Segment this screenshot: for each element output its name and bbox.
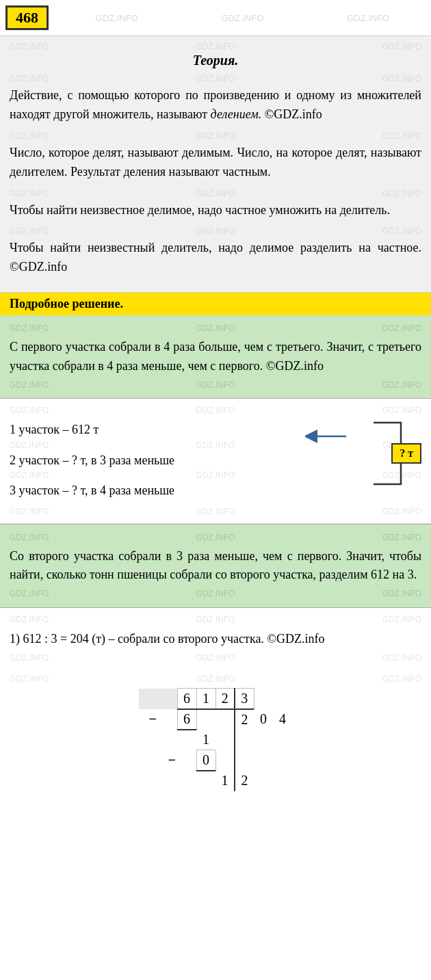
cell-empty	[254, 771, 273, 791]
cell-empty	[177, 730, 196, 750]
cell-empty	[273, 730, 292, 750]
diagram-row2: 2 участок – ? т, в 3 раза меньше	[10, 450, 421, 471]
cell-3: 3	[235, 689, 254, 709]
question-label: ? т	[400, 447, 413, 459]
watermark-row5: GDZ.INFO GDZ.INFO GDZ.INFO	[10, 226, 421, 236]
solution-step1-text: 1) 612 : 3 = 204 (т) – собрали со второг…	[10, 632, 325, 646]
task-number: 468	[5, 5, 49, 30]
division-table-wrapper: 6 1 2 3 − 6 2 0 4	[10, 688, 421, 791]
arrow-icon	[305, 426, 353, 447]
cell-empty	[254, 689, 273, 709]
diagram-lines-container: 1 участок – 612 т GDZ.INFOGDZ.INFOGDZ.IN…	[10, 419, 421, 501]
cell-empty	[216, 730, 235, 750]
cell-2c: 2	[235, 771, 254, 791]
division-table: 6 1 2 3 − 6 2 0 4	[139, 688, 292, 791]
wm-row-s1: GDZ.INFOGDZ.INFOGDZ.INFO	[10, 613, 421, 626]
theory-para4: Чтобы найти неизвестный делитель, надо д…	[10, 239, 421, 277]
cell-2: 2	[216, 689, 235, 709]
question-box: ? т	[391, 443, 421, 464]
cell-empty	[254, 750, 273, 771]
wm3: GDZ.INFO	[382, 42, 421, 51]
wm-row-g2b: GDZ.INFOGDZ.INFOGDZ.INFO	[10, 587, 421, 600]
cell-empty	[177, 750, 196, 771]
wm-row-dt1: GDZ.INFOGDZ.INFOGDZ.INFO	[10, 674, 421, 684]
cell-empty	[139, 771, 158, 791]
cell-empty	[139, 730, 158, 750]
cell-empty	[216, 709, 235, 730]
cell-empty	[139, 689, 158, 709]
theory-section: GDZ.INFO GDZ.INFO GDZ.INFO Теория. GDZ.I…	[0, 36, 431, 293]
table-row: 1	[139, 730, 292, 750]
cell-2r: 2	[235, 709, 254, 730]
cell-0r: 0	[254, 709, 273, 730]
theory-title: Теория.	[10, 53, 421, 68]
cell-empty	[158, 709, 177, 730]
header-site-label: GDZ.INFO	[54, 3, 180, 33]
page-header: 468 GDZ.INFO GDZ.INFO GDZ.INFO	[0, 0, 431, 36]
cell-empty	[273, 689, 292, 709]
green-block2-text: Со второго участка собрали в 3 раза мень…	[10, 549, 421, 582]
table-row: − 6 2 0 4	[139, 709, 292, 730]
diagram-line1: 1 участок – 612 т	[10, 423, 99, 436]
wm6: GDZ.INFO	[382, 74, 421, 83]
cell-4r: 4	[273, 709, 292, 730]
theory-para1: Действие, с помощью которого по произвед…	[10, 86, 421, 124]
wm5: GDZ.INFO	[196, 74, 235, 83]
cell-empty	[273, 771, 292, 791]
cell-1b: 1	[196, 730, 216, 750]
wm-row-g2: GDZ.INFOGDZ.INFOGDZ.INFO	[10, 531, 421, 544]
wm9: GDZ.INFO	[382, 131, 421, 141]
solution-step1: GDZ.INFOGDZ.INFOGDZ.INFO 1) 612 : 3 = 20…	[0, 608, 431, 670]
theory-para3: Чтобы найти неизвестное делимое, надо ча…	[10, 201, 421, 220]
diagram-line3: 3 участок – ? т, в 4 раза меньше	[10, 484, 174, 497]
watermark-row3: GDZ.INFO GDZ.INFO GDZ.INFO	[10, 131, 421, 141]
task-number-text: 468	[16, 9, 38, 27]
division-section: GDZ.INFOGDZ.INFOGDZ.INFO 6 1 2 3 −	[0, 670, 431, 798]
highlight-label: Подробное решение.	[10, 297, 123, 310]
theory-para2: Число, которое делят, называют делимым. …	[10, 144, 421, 182]
cell-empty	[235, 750, 254, 771]
cell-empty	[196, 709, 216, 730]
diagram-row1: 1 участок – 612 т	[10, 419, 421, 440]
cell-1: 1	[196, 689, 216, 709]
diagram-line2: 2 участок – ? т, в 3 раза меньше	[10, 453, 174, 467]
wm-row-g1b: GDZ.INFOGDZ.INFOGDZ.INFO	[10, 379, 421, 392]
cell-empty	[158, 689, 177, 709]
wm10: GDZ.INFO	[10, 189, 49, 198]
cell-empty	[235, 730, 254, 750]
cell-empty	[139, 750, 158, 771]
wm-row-d4: GDZ.INFOGDZ.INFOGDZ.INFO	[10, 507, 421, 516]
wm12: GDZ.INFO	[382, 189, 421, 198]
wm15: GDZ.INFO	[382, 226, 421, 236]
wm-row-d3: GDZ.INFOGDZ.INFOGDZ.INFO	[10, 471, 421, 480]
green-block1: GDZ.INFOGDZ.INFOGDZ.INFO С первого участ…	[0, 315, 431, 399]
wm11: GDZ.INFO	[196, 189, 235, 198]
cell-empty	[158, 771, 177, 791]
highlight-section: Подробное решение.	[0, 293, 431, 315]
wm1: GDZ.INFO	[10, 42, 49, 51]
cell-empty	[177, 771, 196, 791]
wm4: GDZ.INFO	[10, 74, 49, 83]
wm-row-g1: GDZ.INFOGDZ.INFOGDZ.INFO	[10, 322, 421, 335]
table-row: 6 1 2 3	[139, 689, 292, 709]
wm-row-s2: GDZ.INFOGDZ.INFOGDZ.INFO	[10, 652, 421, 665]
table-row: 1 2	[139, 771, 292, 791]
diagram-section: GDZ.INFOGDZ.INFOGDZ.INFO 1 участок – 612…	[0, 399, 431, 524]
cell-empty	[216, 750, 235, 771]
green-block1-text: С первого участка собрали в 4 раза больш…	[10, 340, 421, 373]
cell-empty	[254, 730, 273, 750]
diagram-row3: 3 участок – ? т, в 4 раза меньше	[10, 480, 421, 501]
header-site-label3: GDZ.INFO	[305, 3, 431, 33]
cell-empty	[158, 730, 177, 750]
wm13: GDZ.INFO	[10, 226, 49, 236]
cell-6b: 6	[177, 709, 196, 730]
watermark-row2: GDZ.INFO GDZ.INFO GDZ.INFO	[10, 74, 421, 83]
green-block2: GDZ.INFOGDZ.INFOGDZ.INFO Со второго учас…	[0, 524, 431, 608]
wm7: GDZ.INFO	[10, 131, 49, 141]
header-site-label2: GDZ.INFO	[180, 3, 306, 33]
cell-6: 6	[177, 689, 196, 709]
wm-row-d2: GDZ.INFOGDZ.INFOGDZ.INFO	[10, 440, 421, 450]
wm8: GDZ.INFO	[196, 131, 235, 141]
wm-row-d1: GDZ.INFOGDZ.INFOGDZ.INFO	[10, 406, 421, 415]
wm14: GDZ.INFO	[196, 226, 235, 236]
